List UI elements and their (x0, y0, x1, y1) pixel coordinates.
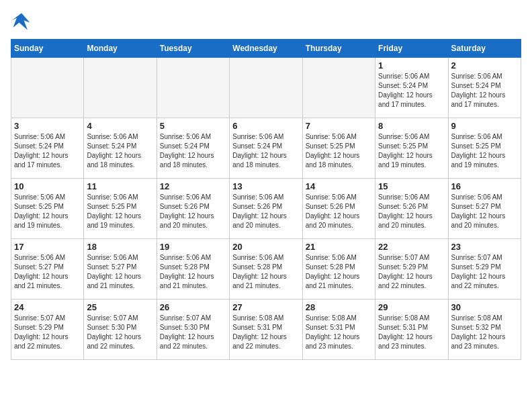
day-info: Sunrise: 5:06 AMSunset: 5:24 PMDaylight:… (14, 132, 81, 170)
day-number: 18 (87, 242, 153, 252)
calendar-day-cell (11, 58, 84, 118)
day-info: Sunrise: 5:06 AMSunset: 5:26 PMDaylight:… (160, 193, 226, 230)
calendar-day-cell: 6Sunrise: 5:06 AMSunset: 5:24 PMDaylight… (230, 118, 302, 179)
day-info: Sunrise: 5:07 AMSunset: 5:29 PMDaylight:… (378, 253, 445, 291)
day-info: Sunrise: 5:06 AMSunset: 5:28 PMDaylight:… (160, 253, 226, 291)
day-info: Sunrise: 5:06 AMSunset: 5:26 PMDaylight:… (378, 193, 445, 230)
calendar-day-cell: 14Sunrise: 5:06 AMSunset: 5:26 PMDayligh… (302, 179, 375, 239)
day-info: Sunrise: 5:08 AMSunset: 5:31 PMDaylight:… (306, 314, 372, 351)
day-info: Sunrise: 5:07 AMSunset: 5:30 PMDaylight:… (160, 314, 226, 351)
calendar-day-cell (230, 58, 302, 118)
day-number: 28 (306, 302, 372, 312)
calendar-day-cell: 10Sunrise: 5:06 AMSunset: 5:25 PMDayligh… (11, 179, 84, 239)
day-number: 20 (232, 242, 299, 252)
day-number: 2 (451, 60, 518, 71)
day-info: Sunrise: 5:06 AMSunset: 5:28 PMDaylight:… (306, 253, 372, 291)
weekday-cell: Tuesday (157, 40, 229, 58)
day-info: Sunrise: 5:07 AMSunset: 5:29 PMDaylight:… (451, 253, 518, 291)
day-number: 13 (232, 181, 299, 191)
day-info: Sunrise: 5:06 AMSunset: 5:25 PMDaylight:… (14, 193, 81, 230)
day-number: 24 (14, 302, 81, 312)
calendar-day-cell (84, 58, 157, 118)
day-info: Sunrise: 5:06 AMSunset: 5:25 PMDaylight:… (378, 132, 445, 170)
day-info: Sunrise: 5:06 AMSunset: 5:24 PMDaylight:… (451, 72, 518, 109)
day-number: 6 (232, 121, 299, 131)
calendar-day-cell: 3Sunrise: 5:06 AMSunset: 5:24 PMDaylight… (11, 118, 84, 179)
weekday-cell: Saturday (448, 40, 521, 58)
calendar-day-cell (302, 58, 375, 118)
day-number: 16 (451, 181, 518, 191)
day-info: Sunrise: 5:06 AMSunset: 5:25 PMDaylight:… (87, 193, 153, 230)
day-number: 22 (378, 242, 445, 252)
day-number: 26 (160, 302, 226, 312)
weekday-header-row: SundayMondayTuesdayWednesdayThursdayFrid… (11, 40, 521, 58)
day-number: 21 (306, 242, 372, 252)
day-info: Sunrise: 5:06 AMSunset: 5:25 PMDaylight:… (451, 132, 518, 170)
day-number: 29 (378, 302, 445, 312)
day-number: 19 (160, 242, 226, 252)
calendar-day-cell: 7Sunrise: 5:06 AMSunset: 5:25 PMDaylight… (302, 118, 375, 179)
weekday-cell: Monday (84, 40, 157, 58)
day-number: 27 (232, 302, 299, 312)
calendar-day-cell: 28Sunrise: 5:08 AMSunset: 5:31 PMDayligh… (302, 300, 375, 360)
weekday-cell: Wednesday (230, 40, 302, 58)
calendar-day-cell: 9Sunrise: 5:06 AMSunset: 5:25 PMDaylight… (448, 118, 521, 179)
calendar-day-cell: 15Sunrise: 5:06 AMSunset: 5:26 PMDayligh… (375, 179, 448, 239)
calendar-table: SundayMondayTuesdayWednesdayThursdayFrid… (11, 39, 521, 360)
calendar-day-cell: 27Sunrise: 5:08 AMSunset: 5:31 PMDayligh… (230, 300, 302, 360)
day-number: 1 (378, 60, 445, 71)
calendar-week-row: 1Sunrise: 5:06 AMSunset: 5:24 PMDaylight… (11, 58, 521, 118)
day-number: 8 (378, 121, 445, 131)
calendar-day-cell: 13Sunrise: 5:06 AMSunset: 5:26 PMDayligh… (230, 179, 302, 239)
day-number: 3 (14, 121, 81, 131)
calendar-day-cell: 2Sunrise: 5:06 AMSunset: 5:24 PMDaylight… (448, 58, 521, 118)
calendar-day-cell: 12Sunrise: 5:06 AMSunset: 5:26 PMDayligh… (157, 179, 229, 239)
weekday-cell: Friday (375, 40, 448, 58)
calendar-day-cell: 25Sunrise: 5:07 AMSunset: 5:30 PMDayligh… (84, 300, 157, 360)
calendar-day-cell: 11Sunrise: 5:06 AMSunset: 5:25 PMDayligh… (84, 179, 157, 239)
day-info: Sunrise: 5:06 AMSunset: 5:28 PMDaylight:… (232, 253, 299, 291)
day-info: Sunrise: 5:07 AMSunset: 5:30 PMDaylight:… (87, 314, 153, 351)
day-number: 30 (451, 302, 518, 312)
calendar-day-cell: 16Sunrise: 5:06 AMSunset: 5:27 PMDayligh… (448, 179, 521, 239)
calendar-day-cell: 23Sunrise: 5:07 AMSunset: 5:29 PMDayligh… (448, 239, 521, 300)
day-info: Sunrise: 5:06 AMSunset: 5:26 PMDaylight:… (306, 193, 372, 230)
calendar-day-cell: 24Sunrise: 5:07 AMSunset: 5:29 PMDayligh… (11, 300, 84, 360)
day-number: 10 (14, 181, 81, 191)
calendar-week-row: 24Sunrise: 5:07 AMSunset: 5:29 PMDayligh… (11, 300, 521, 360)
page-header (11, 11, 521, 32)
calendar-day-cell: 1Sunrise: 5:06 AMSunset: 5:24 PMDaylight… (375, 58, 448, 118)
day-number: 25 (87, 302, 153, 312)
day-number: 9 (451, 121, 518, 131)
day-info: Sunrise: 5:06 AMSunset: 5:25 PMDaylight:… (306, 132, 372, 170)
calendar-day-cell: 8Sunrise: 5:06 AMSunset: 5:25 PMDaylight… (375, 118, 448, 179)
day-info: Sunrise: 5:08 AMSunset: 5:31 PMDaylight:… (378, 314, 445, 351)
day-info: Sunrise: 5:06 AMSunset: 5:24 PMDaylight:… (160, 132, 226, 170)
calendar-day-cell: 22Sunrise: 5:07 AMSunset: 5:29 PMDayligh… (375, 239, 448, 300)
calendar-day-cell: 5Sunrise: 5:06 AMSunset: 5:24 PMDaylight… (157, 118, 229, 179)
day-info: Sunrise: 5:06 AMSunset: 5:27 PMDaylight:… (451, 193, 518, 230)
day-number: 7 (306, 121, 372, 131)
calendar-day-cell: 26Sunrise: 5:07 AMSunset: 5:30 PMDayligh… (157, 300, 229, 360)
calendar-day-cell: 18Sunrise: 5:06 AMSunset: 5:27 PMDayligh… (84, 239, 157, 300)
calendar-week-row: 17Sunrise: 5:06 AMSunset: 5:27 PMDayligh… (11, 239, 521, 300)
calendar-day-cell: 4Sunrise: 5:06 AMSunset: 5:24 PMDaylight… (84, 118, 157, 179)
day-info: Sunrise: 5:07 AMSunset: 5:29 PMDaylight:… (14, 314, 81, 351)
day-info: Sunrise: 5:08 AMSunset: 5:32 PMDaylight:… (451, 314, 518, 351)
logo-icon (11, 11, 32, 32)
calendar-day-cell: 20Sunrise: 5:06 AMSunset: 5:28 PMDayligh… (230, 239, 302, 300)
day-number: 17 (14, 242, 81, 252)
logo (11, 11, 35, 32)
day-number: 23 (451, 242, 518, 252)
day-info: Sunrise: 5:06 AMSunset: 5:24 PMDaylight:… (378, 72, 445, 109)
day-info: Sunrise: 5:08 AMSunset: 5:31 PMDaylight:… (232, 314, 299, 351)
day-info: Sunrise: 5:06 AMSunset: 5:27 PMDaylight:… (87, 253, 153, 291)
day-number: 4 (87, 121, 153, 131)
day-number: 12 (160, 181, 226, 191)
calendar-week-row: 3Sunrise: 5:06 AMSunset: 5:24 PMDaylight… (11, 118, 521, 179)
calendar-day-cell (157, 58, 229, 118)
svg-marker-0 (12, 13, 30, 30)
day-info: Sunrise: 5:06 AMSunset: 5:24 PMDaylight:… (232, 132, 299, 170)
calendar-week-row: 10Sunrise: 5:06 AMSunset: 5:25 PMDayligh… (11, 179, 521, 239)
day-number: 11 (87, 181, 153, 191)
